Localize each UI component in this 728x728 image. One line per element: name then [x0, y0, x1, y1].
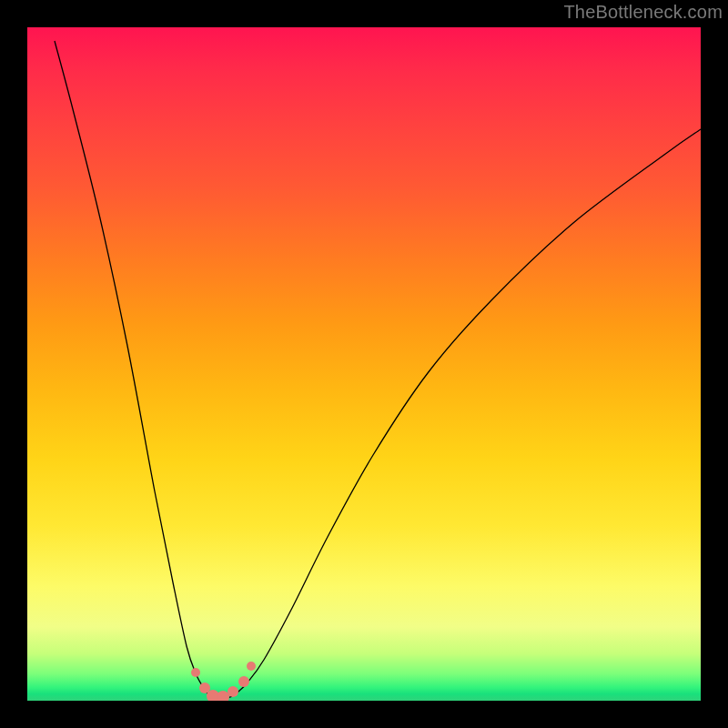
trough-marker: [228, 686, 238, 697]
trough-markers: [191, 662, 256, 701]
trough-marker: [238, 676, 249, 687]
plot-area: [27, 27, 701, 701]
trough-marker: [191, 668, 200, 677]
chart-svg: [27, 27, 701, 701]
trough-marker: [217, 691, 229, 701]
chart-frame: TheBottleneck.com: [0, 0, 728, 728]
trough-marker: [247, 662, 256, 671]
watermark-text: TheBottleneck.com: [563, 2, 723, 23]
bottleneck-curve: [55, 41, 701, 699]
